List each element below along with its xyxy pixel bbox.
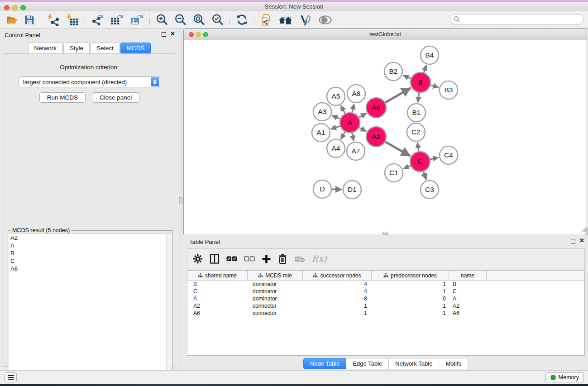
window-resize-grip[interactable] xyxy=(580,225,588,233)
table-row[interactable]: A2connector11A2 xyxy=(187,302,584,310)
edge-A-A3[interactable] xyxy=(332,115,340,119)
edge-C-C2[interactable] xyxy=(417,143,419,151)
refresh-layout-button[interactable] xyxy=(233,13,251,27)
zoom-in-button[interactable] xyxy=(153,13,171,27)
column-header-shared-name[interactable]: shared name xyxy=(187,271,248,280)
graph-node-A[interactable]: A xyxy=(340,113,360,133)
node-table[interactable]: shared nameMCDS rolesuccessor nodesprede… xyxy=(187,270,585,356)
table-row[interactable]: Adominator80A xyxy=(187,295,584,302)
result-item[interactable]: B xyxy=(9,249,172,257)
result-item[interactable]: A xyxy=(9,242,172,249)
memory-button[interactable]: Memory xyxy=(545,372,584,382)
graph-node-A8[interactable]: A8 xyxy=(347,85,365,103)
import-table-button[interactable] xyxy=(63,13,82,27)
graph-node-A4[interactable]: A4 xyxy=(327,139,345,157)
table-cell[interactable]: dominator xyxy=(248,295,303,302)
search-field[interactable] xyxy=(450,14,584,24)
table-row[interactable]: Bdominator41B xyxy=(187,281,584,288)
network-window-titlebar[interactable]: testGlobe.txt xyxy=(184,29,587,40)
column-header-MCDS-role[interactable]: MCDS role xyxy=(248,271,303,280)
select-all-rows-button[interactable] xyxy=(226,256,237,262)
graph-node-A1[interactable]: A1 xyxy=(312,124,330,142)
table-cell[interactable]: 1 xyxy=(372,302,449,310)
table-cell[interactable]: 4 xyxy=(303,288,372,295)
table-cell[interactable]: A2 xyxy=(187,302,248,310)
table-row[interactable]: A6connector11A6 xyxy=(187,310,584,317)
edge-A-A8[interactable] xyxy=(352,104,354,113)
table-cell[interactable]: 4 xyxy=(303,281,372,288)
export-table-button[interactable] xyxy=(107,13,127,27)
graph-node-B2[interactable]: B2 xyxy=(384,62,402,81)
export-network-button[interactable] xyxy=(88,13,107,27)
graph-node-B1[interactable]: B1 xyxy=(407,104,425,122)
edge-C-C1[interactable] xyxy=(403,166,411,169)
save-session-button[interactable] xyxy=(21,13,38,27)
column-selector-button[interactable] xyxy=(210,254,220,264)
clone-network-button[interactable] xyxy=(257,13,275,27)
edge-C-C4[interactable] xyxy=(430,157,439,159)
column-header-predecessor-nodes[interactable]: predecessor nodes xyxy=(372,271,449,280)
graph-node-C1[interactable]: C1 xyxy=(385,164,403,182)
edge-A-A4[interactable] xyxy=(341,132,345,139)
add-column-button[interactable] xyxy=(262,254,271,264)
edge-A2-C[interactable] xyxy=(385,142,410,156)
table-cell[interactable]: connector xyxy=(248,302,303,310)
table-cell[interactable]: 1 xyxy=(303,302,372,310)
table-cell[interactable]: C xyxy=(449,288,487,295)
result-item[interactable]: C xyxy=(9,257,172,265)
tab-style[interactable]: Style xyxy=(63,43,90,54)
graph-node-A6[interactable]: A6 xyxy=(366,98,386,118)
search-input[interactable] xyxy=(460,15,583,24)
table-cell[interactable]: 1 xyxy=(372,281,449,288)
task-history-button[interactable] xyxy=(5,372,17,382)
table-cell[interactable]: connector xyxy=(248,310,303,317)
table-cell[interactable]: 1 xyxy=(303,310,372,317)
tab-mcds[interactable]: MCDS xyxy=(120,43,151,54)
tab-network[interactable]: Network xyxy=(28,43,63,54)
graph-node-C4[interactable]: C4 xyxy=(440,146,458,164)
edge-B-B1[interactable] xyxy=(418,93,419,102)
table-cell[interactable]: B xyxy=(449,281,487,288)
close-panel-button[interactable]: Close panel xyxy=(92,92,139,103)
edge-B-B2[interactable] xyxy=(403,76,411,79)
graph-node-C3[interactable]: C3 xyxy=(421,181,439,199)
optimization-criterion-select[interactable]: largest connected component (directed) xyxy=(19,76,160,87)
graph-node-B[interactable]: B xyxy=(411,72,430,92)
table-options-button[interactable] xyxy=(193,254,203,264)
function-builder-button[interactable]: f(x) xyxy=(312,254,327,264)
run-mcds-button[interactable]: Run MCDS xyxy=(39,92,86,103)
zoom-out-button[interactable] xyxy=(171,13,190,27)
table-cell[interactable]: A2 xyxy=(449,302,487,310)
edge-A-A7[interactable] xyxy=(352,133,354,141)
edge-A-A6[interactable] xyxy=(359,113,366,117)
table-cell[interactable]: 8 xyxy=(303,295,372,302)
tab-select[interactable]: Select xyxy=(90,43,120,54)
splitter-handle-left[interactable] xyxy=(179,197,182,204)
edge-A-A5[interactable] xyxy=(341,105,345,113)
table-float-icon[interactable] xyxy=(571,239,575,243)
tab-motifs[interactable]: Motifs xyxy=(439,358,468,369)
graph-node-D[interactable]: D xyxy=(313,180,331,198)
graph-node-D1[interactable]: D1 xyxy=(343,181,361,199)
edge-A-A1[interactable] xyxy=(331,126,340,129)
float-panel-icon[interactable] xyxy=(162,32,166,37)
tab-network-table[interactable]: Network Table xyxy=(389,358,439,369)
table-cell[interactable]: dominator xyxy=(248,281,303,288)
import-network-button[interactable] xyxy=(44,13,63,27)
result-item[interactable]: A2 xyxy=(9,234,172,242)
table-cell[interactable]: 1 xyxy=(372,310,449,317)
column-header-name[interactable]: name xyxy=(449,271,487,280)
edge-B-B4[interactable] xyxy=(424,65,426,72)
table-cell[interactable]: 1 xyxy=(372,288,449,295)
edge-C-C3[interactable] xyxy=(423,172,426,180)
graph-node-A5[interactable]: A5 xyxy=(327,87,345,105)
export-image-button[interactable] xyxy=(127,13,147,27)
table-cell[interactable]: 0 xyxy=(372,295,449,302)
deselect-all-rows-button[interactable] xyxy=(244,256,255,262)
delete-table-button[interactable] xyxy=(294,255,305,262)
edge-A-A2[interactable] xyxy=(359,128,366,131)
tab-node-table[interactable]: Node Table xyxy=(303,358,347,369)
table-cell[interactable]: A xyxy=(187,295,248,302)
graph-node-C2[interactable]: C2 xyxy=(407,123,425,141)
table-cell[interactable]: A xyxy=(449,295,487,302)
